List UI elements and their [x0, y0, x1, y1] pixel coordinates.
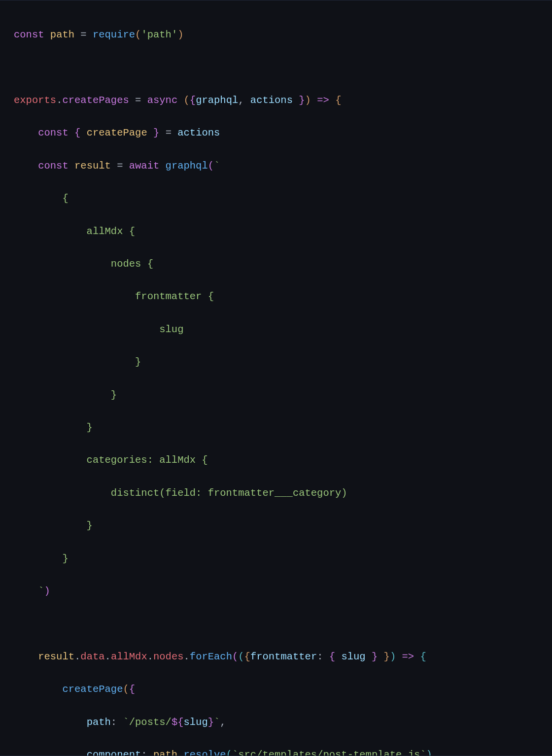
code-line: `) [14, 583, 552, 599]
code-line: component: path.resolve(`src/templates/p… [14, 747, 552, 756]
code-line: frontmatter { [14, 288, 552, 305]
code-line: const result = await graphql(` [14, 158, 552, 174]
code-line: path: `/posts/${slug}`, [14, 714, 552, 730]
code-editor[interactable]: const path = require('path') exports.cre… [0, 0, 552, 756]
code-line: exports.createPages = async ({graphql, a… [14, 92, 552, 108]
code-line [14, 60, 552, 76]
code-line: } [14, 550, 552, 567]
code-line: createPage({ [14, 681, 552, 697]
code-line: const path = require('path') [14, 27, 552, 43]
code-line: categories: allMdx { [14, 452, 552, 468]
code-line: } [14, 387, 552, 403]
code-line: nodes { [14, 256, 552, 272]
code-line: const { createPage } = actions [14, 125, 552, 141]
code-line: } [14, 517, 552, 534]
code-line: slug [14, 321, 552, 338]
code-line: distinct(field: frontmatter___category) [14, 485, 552, 501]
code-line: } [14, 419, 552, 436]
code-line: allMdx { [14, 223, 552, 240]
code-line: { [14, 190, 552, 206]
code-line [14, 616, 552, 632]
code-line: result.data.allMdx.nodes.forEach(({front… [14, 649, 552, 665]
code-line: } [14, 354, 552, 370]
